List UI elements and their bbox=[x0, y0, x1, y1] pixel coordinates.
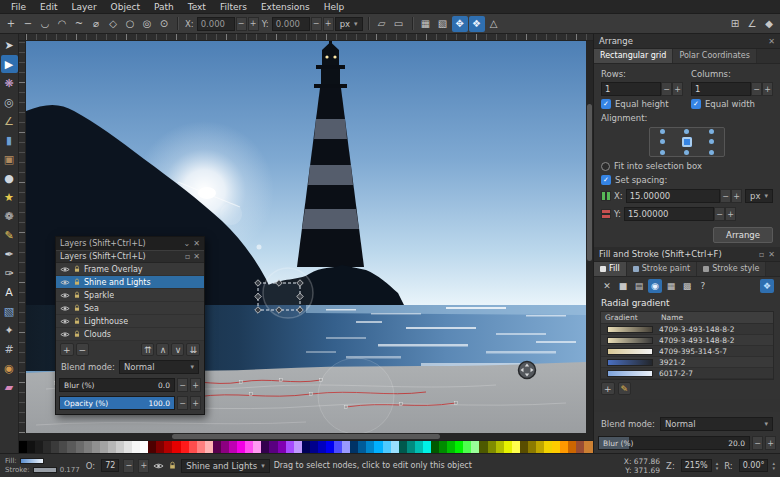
menu-item-edit[interactable]: Edit bbox=[33, 1, 64, 13]
show-bezier-handles-icon[interactable]: ❖ bbox=[469, 16, 485, 32]
palette-swatch[interactable] bbox=[124, 441, 132, 453]
unit-select[interactable]: px ▾ bbox=[335, 17, 363, 31]
spacing-y-increment[interactable]: + bbox=[725, 207, 736, 221]
menu-item-path[interactable]: Path bbox=[147, 1, 181, 13]
layers-opacity-slider[interactable]: Opacity (%) 100.0 bbox=[59, 396, 175, 410]
rows-value[interactable]: 1 bbox=[601, 82, 661, 96]
palette-swatch[interactable] bbox=[221, 441, 229, 453]
palette-swatch[interactable] bbox=[294, 441, 302, 453]
flat-color-icon[interactable]: ■ bbox=[616, 279, 630, 293]
palette-swatch[interactable] bbox=[27, 441, 35, 453]
raise-layer-button[interactable]: ∧ bbox=[156, 343, 169, 356]
set-spacing-checkbox[interactable]: ✓ Set spacing: bbox=[601, 175, 773, 185]
palette-swatch[interactable] bbox=[334, 441, 342, 453]
delete-segment-icon[interactable]: ⌀ bbox=[88, 16, 104, 32]
palette-swatch[interactable] bbox=[520, 441, 528, 453]
palette-swatch[interactable] bbox=[229, 441, 237, 453]
layers-blur-slider[interactable]: Blur (%) 0.0 bbox=[59, 378, 175, 392]
layers-dialog[interactable]: Layers (Shift+Ctrl+L) ⌄ ✕ Layers (Shift+… bbox=[55, 236, 205, 415]
show-outline-icon[interactable]: △ bbox=[486, 16, 502, 32]
gradient-row[interactable]: 4709-3-493-148-8-2 bbox=[601, 335, 773, 346]
connector-tool[interactable]: # bbox=[1, 340, 18, 358]
down-arrow-icon[interactable]: ▾ bbox=[716, 466, 719, 471]
palette-swatch[interactable] bbox=[560, 441, 568, 453]
layers-blur-decrement[interactable]: − bbox=[177, 378, 188, 392]
alignment-selector[interactable] bbox=[649, 127, 725, 157]
palette-swatch[interactable] bbox=[148, 441, 156, 453]
lower-to-bottom-button[interactable]: ⇊ bbox=[186, 343, 200, 356]
x-increment[interactable]: + bbox=[248, 17, 259, 31]
raise-to-top-button[interactable]: ⇈ bbox=[141, 343, 155, 356]
tab-polar-coordinates[interactable]: Polar Coordinates bbox=[673, 49, 756, 63]
arrange-button[interactable]: Arrange bbox=[713, 227, 773, 243]
show-mask-icon[interactable]: ▧ bbox=[435, 16, 451, 32]
palette-swatch[interactable] bbox=[342, 441, 350, 453]
palette-swatch[interactable] bbox=[374, 441, 382, 453]
palette-swatch[interactable] bbox=[536, 441, 544, 453]
x-coord-field[interactable]: 0.000 bbox=[197, 17, 235, 31]
tweak-tool[interactable]: ❋ bbox=[1, 74, 18, 92]
palette-swatch[interactable] bbox=[326, 441, 334, 453]
palette-swatch[interactable] bbox=[269, 441, 277, 453]
palette-swatch[interactable] bbox=[504, 441, 512, 453]
tab-fill[interactable]: Fill bbox=[594, 262, 627, 276]
pen-tool[interactable]: ✒ bbox=[1, 245, 18, 263]
layer-visibility-icon[interactable] bbox=[60, 318, 70, 325]
palette-swatch[interactable] bbox=[552, 441, 560, 453]
no-paint-icon[interactable]: ✕ bbox=[600, 279, 614, 293]
palette-swatch[interactable] bbox=[423, 441, 431, 453]
join-nodes-icon[interactable]: ◡ bbox=[37, 16, 53, 32]
spacing-y-spinner[interactable]: 15.00000 − + bbox=[624, 207, 736, 221]
layer-visibility-icon[interactable] bbox=[60, 331, 70, 338]
palette-swatch[interactable] bbox=[140, 441, 148, 453]
delete-layer-button[interactable]: − bbox=[76, 343, 90, 356]
palette-swatch[interactable] bbox=[302, 441, 310, 453]
fs-blur-slider[interactable]: Blur (%) 20.0 bbox=[598, 436, 750, 450]
palette-swatch[interactable] bbox=[455, 441, 463, 453]
palette-swatch[interactable] bbox=[205, 441, 213, 453]
smooth-node-icon[interactable]: ○ bbox=[122, 16, 138, 32]
layer-lock-icon[interactable] bbox=[73, 291, 81, 299]
layer-visibility-icon[interactable] bbox=[60, 305, 70, 312]
palette-swatch[interactable] bbox=[310, 441, 318, 453]
ellipse-tool[interactable]: ● bbox=[1, 169, 18, 187]
insert-node-icon[interactable]: + bbox=[3, 16, 19, 32]
unknown-paint-icon[interactable]: ? bbox=[696, 279, 710, 293]
dock-icon[interactable]: ▫ bbox=[759, 250, 764, 259]
palette-swatch[interactable] bbox=[253, 441, 261, 453]
layer-visibility-icon[interactable] bbox=[60, 292, 70, 299]
fs-blur-increment[interactable]: + bbox=[765, 436, 776, 450]
rows-increment[interactable]: + bbox=[672, 82, 683, 96]
palette-swatch[interactable] bbox=[237, 441, 245, 453]
spacing-x-value[interactable]: 15.00000 bbox=[626, 189, 720, 203]
stroke-swatch[interactable] bbox=[33, 467, 57, 473]
tab-stroke-paint[interactable]: Stroke paint bbox=[627, 262, 697, 276]
corner-node-icon[interactable]: ◇ bbox=[105, 16, 121, 32]
columns-increment[interactable]: + bbox=[762, 82, 773, 96]
palette-swatch[interactable] bbox=[76, 441, 84, 453]
calligraphy-tool[interactable]: ✑ bbox=[1, 264, 18, 282]
horizontal-scrollbar[interactable] bbox=[26, 433, 586, 440]
menu-item-object[interactable]: Object bbox=[104, 1, 147, 13]
layer-row[interactable]: Sparkle bbox=[56, 289, 204, 302]
palette-swatch[interactable] bbox=[350, 441, 358, 453]
measure-tool[interactable]: ∠ bbox=[1, 112, 18, 130]
selector-tool[interactable]: ➤ bbox=[1, 36, 18, 54]
palette-swatch[interactable] bbox=[100, 441, 108, 453]
spacing-x-decrement[interactable]: − bbox=[720, 189, 731, 203]
palette-swatch[interactable] bbox=[366, 441, 374, 453]
mesh-gradient-icon[interactable]: ❖ bbox=[760, 279, 774, 293]
snap-bbox-icon[interactable]: ⊞ bbox=[727, 16, 743, 32]
object-to-path-icon[interactable]: ▱ bbox=[374, 16, 390, 32]
menu-item-layer[interactable]: Layer bbox=[65, 1, 104, 13]
y-decrement[interactable]: − bbox=[311, 17, 322, 31]
new-layer-button[interactable]: + bbox=[60, 343, 74, 356]
palette-swatch[interactable] bbox=[261, 441, 269, 453]
vertical-scrollbar[interactable] bbox=[586, 41, 593, 433]
menu-item-filters[interactable]: Filters bbox=[213, 1, 254, 13]
fit-selection-radio[interactable]: Fit into selection box bbox=[601, 161, 773, 171]
rows-decrement[interactable]: − bbox=[661, 82, 672, 96]
fs-blur-decrement[interactable]: − bbox=[752, 436, 763, 450]
swatch-icon[interactable]: ▩ bbox=[680, 279, 694, 293]
stroke-to-path-icon[interactable]: ▭ bbox=[391, 16, 407, 32]
